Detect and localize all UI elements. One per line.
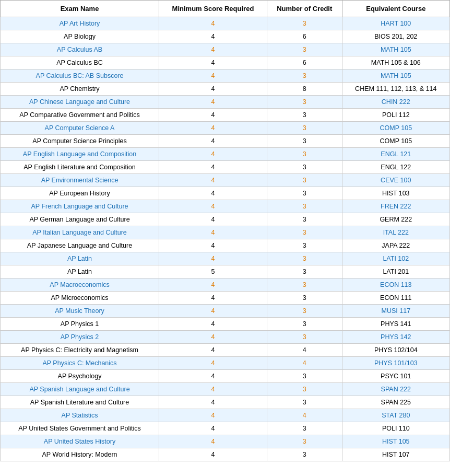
cell-exam-name: AP Japanese Language and Culture xyxy=(1,239,159,252)
cell-min-score: 4 xyxy=(159,43,267,56)
cell-equiv-course: POLI 110 xyxy=(342,422,449,435)
cell-exam-name: AP Calculus BC xyxy=(1,56,159,69)
cell-num-credits: 3 xyxy=(267,239,342,252)
cell-min-score: 4 xyxy=(159,200,267,213)
cell-num-credits: 3 xyxy=(267,122,342,135)
cell-min-score: 4 xyxy=(159,30,267,43)
cell-exam-name: AP Latin xyxy=(1,252,159,265)
cell-min-score: 4 xyxy=(159,435,267,448)
cell-num-credits: 3 xyxy=(267,213,342,226)
table-row: AP Latin43LATI 102 xyxy=(1,252,450,265)
cell-min-score: 4 xyxy=(159,278,267,292)
table-row: AP Japanese Language and Culture43JAPA 2… xyxy=(1,239,450,252)
cell-exam-name: AP Music Theory xyxy=(1,305,159,318)
cell-num-credits: 3 xyxy=(267,200,342,213)
cell-min-score: 4 xyxy=(159,305,267,318)
table-row: AP World History: Modern43HIST 107 xyxy=(1,448,450,461)
cell-min-score: 4 xyxy=(159,213,267,226)
cell-min-score: 4 xyxy=(159,357,267,370)
cell-num-credits: 3 xyxy=(267,161,342,174)
table-header-row: Exam Name Minimum Score Required Number … xyxy=(1,1,450,17)
cell-equiv-course: MATH 105 xyxy=(342,69,449,83)
cell-exam-name: AP Microeconomics xyxy=(1,292,159,305)
cell-exam-name: AP Statistics xyxy=(1,409,159,422)
table-row: AP Italian Language and Culture43ITAL 22… xyxy=(1,226,450,239)
cell-num-credits: 3 xyxy=(267,187,342,200)
cell-num-credits: 4 xyxy=(267,357,342,370)
table-row: AP English Literature and Composition43E… xyxy=(1,161,450,174)
cell-min-score: 4 xyxy=(159,422,267,435)
cell-equiv-course: HIST 103 xyxy=(342,187,449,200)
cell-num-credits: 3 xyxy=(267,96,342,109)
cell-exam-name: AP Computer Science A xyxy=(1,122,159,135)
cell-min-score: 4 xyxy=(159,331,267,344)
table-row: AP Macroeconomics43ECON 113 xyxy=(1,278,450,292)
cell-min-score: 4 xyxy=(159,135,267,148)
table-row: AP Physics 243PHYS 142 xyxy=(1,331,450,344)
table-row: AP Statistics44STAT 280 xyxy=(1,409,450,422)
table-row: AP Physics C: Electricity and Magnetism4… xyxy=(1,344,450,357)
cell-exam-name: AP Latin xyxy=(1,265,159,278)
cell-min-score: 4 xyxy=(159,148,267,161)
cell-num-credits: 3 xyxy=(267,148,342,161)
cell-equiv-course: MATH 105 & 106 xyxy=(342,56,449,69)
table-row: AP Comparative Government and Politics43… xyxy=(1,109,450,122)
cell-equiv-course: CHIN 222 xyxy=(342,96,449,109)
cell-exam-name: AP English Language and Composition xyxy=(1,148,159,161)
cell-num-credits: 6 xyxy=(267,56,342,69)
table-row: AP Biology46BIOS 201, 202 xyxy=(1,30,450,43)
cell-equiv-course: COMP 105 xyxy=(342,135,449,148)
cell-exam-name: AP Physics 2 xyxy=(1,331,159,344)
cell-equiv-course: STAT 280 xyxy=(342,409,449,422)
cell-num-credits: 3 xyxy=(267,278,342,292)
cell-equiv-course: SPAN 222 xyxy=(342,383,449,396)
cell-num-credits: 3 xyxy=(267,292,342,305)
cell-exam-name: AP Comparative Government and Politics xyxy=(1,109,159,122)
table-row: AP United States History43HIST 105 xyxy=(1,435,450,448)
cell-equiv-course: COMP 105 xyxy=(342,122,449,135)
cell-num-credits: 3 xyxy=(267,135,342,148)
cell-equiv-course: CEVE 100 xyxy=(342,174,449,187)
cell-equiv-course: ENGL 121 xyxy=(342,148,449,161)
cell-exam-name: AP European History xyxy=(1,187,159,200)
table-row: AP Computer Science Principles43COMP 105 xyxy=(1,135,450,148)
cell-num-credits: 3 xyxy=(267,174,342,187)
table-row: AP Spanish Language and Culture43SPAN 22… xyxy=(1,383,450,396)
cell-exam-name: AP Spanish Literature and Culture xyxy=(1,396,159,409)
cell-num-credits: 4 xyxy=(267,344,342,357)
cell-equiv-course: ITAL 222 xyxy=(342,226,449,239)
cell-exam-name: AP Computer Science Principles xyxy=(1,135,159,148)
table-row: AP Computer Science A43COMP 105 xyxy=(1,122,450,135)
table-row: AP Chemistry48CHEM 111, 112, 113, & 114 xyxy=(1,83,450,96)
ap-credit-table: Exam Name Minimum Score Required Number … xyxy=(0,0,450,461)
cell-min-score: 4 xyxy=(159,239,267,252)
cell-min-score: 4 xyxy=(159,109,267,122)
cell-equiv-course: MATH 105 xyxy=(342,43,449,56)
cell-min-score: 4 xyxy=(159,448,267,461)
cell-exam-name: AP Physics C: Electricity and Magnetism xyxy=(1,344,159,357)
cell-min-score: 4 xyxy=(159,161,267,174)
cell-num-credits: 3 xyxy=(267,370,342,383)
table-row: AP Chinese Language and Culture43CHIN 22… xyxy=(1,96,450,109)
cell-min-score: 4 xyxy=(159,56,267,69)
cell-min-score: 4 xyxy=(159,69,267,83)
cell-exam-name: AP United States Government and Politics xyxy=(1,422,159,435)
cell-min-score: 4 xyxy=(159,83,267,96)
header-exam-name: Exam Name xyxy=(1,1,159,17)
cell-exam-name: AP English Literature and Composition xyxy=(1,161,159,174)
cell-num-credits: 3 xyxy=(267,448,342,461)
cell-num-credits: 6 xyxy=(267,30,342,43)
cell-num-credits: 4 xyxy=(267,409,342,422)
cell-exam-name: AP Physics 1 xyxy=(1,318,159,331)
cell-min-score: 4 xyxy=(159,96,267,109)
cell-num-credits: 3 xyxy=(267,252,342,265)
cell-equiv-course: LATI 201 xyxy=(342,265,449,278)
table-row: AP United States Government and Politics… xyxy=(1,422,450,435)
cell-equiv-course: POLI 112 xyxy=(342,109,449,122)
cell-num-credits: 3 xyxy=(267,226,342,239)
cell-exam-name: AP Italian Language and Culture xyxy=(1,226,159,239)
cell-min-score: 4 xyxy=(159,122,267,135)
cell-num-credits: 3 xyxy=(267,396,342,409)
cell-min-score: 4 xyxy=(159,318,267,331)
cell-equiv-course: PHYS 102/104 xyxy=(342,344,449,357)
